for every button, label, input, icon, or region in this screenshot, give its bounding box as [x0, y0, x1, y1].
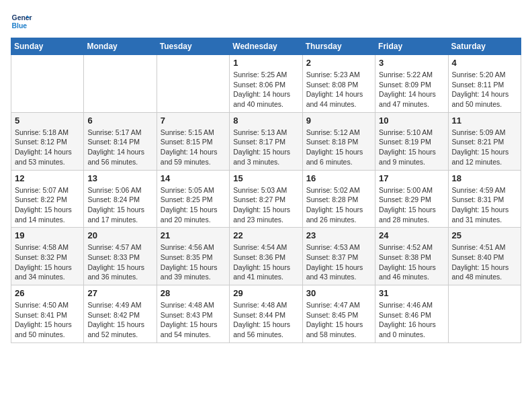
day-info: Sunrise: 4:50 AMSunset: 8:41 PMDaylight:…	[15, 300, 80, 340]
day-info: Sunrise: 4:53 AMSunset: 8:37 PMDaylight:…	[306, 242, 371, 282]
day-info: Sunrise: 4:47 AMSunset: 8:45 PMDaylight:…	[306, 300, 371, 340]
calendar-cell: 22Sunrise: 4:54 AMSunset: 8:36 PMDayligh…	[230, 228, 302, 285]
day-info: Sunrise: 5:15 AMSunset: 8:15 PMDaylight:…	[161, 128, 226, 167]
calendar-cell: 25Sunrise: 4:51 AMSunset: 8:40 PMDayligh…	[448, 228, 521, 285]
calendar-table: SundayMondayTuesdayWednesdayThursdayFrid…	[11, 38, 521, 343]
calendar-week-row: 1Sunrise: 5:25 AMSunset: 8:06 PMDaylight…	[11, 55, 521, 113]
day-number: 2	[306, 58, 371, 68]
calendar-cell: 28Sunrise: 4:48 AMSunset: 8:43 PMDayligh…	[157, 285, 229, 343]
day-info: Sunrise: 5:25 AMSunset: 8:06 PMDaylight:…	[233, 70, 298, 109]
day-number: 13	[87, 173, 152, 183]
day-number: 26	[15, 288, 80, 298]
calendar-cell: 29Sunrise: 4:48 AMSunset: 8:44 PMDayligh…	[230, 285, 302, 343]
day-number: 6	[87, 116, 152, 126]
day-number: 7	[161, 116, 226, 126]
day-number: 30	[306, 288, 371, 298]
calendar-cell	[84, 55, 157, 113]
day-info: Sunrise: 4:46 AMSunset: 8:46 PMDaylight:…	[379, 300, 444, 340]
day-number: 16	[306, 173, 371, 183]
day-number: 19	[15, 230, 80, 240]
day-number: 29	[233, 288, 298, 298]
day-number: 3	[379, 58, 444, 68]
day-info: Sunrise: 5:00 AMSunset: 8:29 PMDaylight:…	[379, 185, 444, 225]
day-info: Sunrise: 4:48 AMSunset: 8:43 PMDaylight:…	[161, 300, 226, 340]
calendar-cell: 20Sunrise: 4:57 AMSunset: 8:33 PMDayligh…	[84, 228, 157, 285]
calendar-cell: 18Sunrise: 4:59 AMSunset: 8:31 PMDayligh…	[448, 170, 521, 228]
day-info: Sunrise: 5:05 AMSunset: 8:25 PMDaylight:…	[161, 185, 226, 225]
calendar-cell: 17Sunrise: 5:00 AMSunset: 8:29 PMDayligh…	[375, 170, 448, 228]
calendar-cell	[11, 55, 84, 113]
day-number: 21	[161, 230, 226, 240]
weekday-header-monday: Monday	[84, 38, 157, 55]
day-number: 24	[379, 230, 444, 240]
day-number: 11	[452, 116, 517, 126]
calendar-cell: 30Sunrise: 4:47 AMSunset: 8:45 PMDayligh…	[302, 285, 375, 343]
calendar-week-row: 12Sunrise: 5:07 AMSunset: 8:22 PMDayligh…	[11, 170, 521, 228]
page-header: General Blue	[11, 11, 521, 32]
calendar-cell: 11Sunrise: 5:09 AMSunset: 8:21 PMDayligh…	[448, 112, 521, 170]
calendar-cell: 10Sunrise: 5:10 AMSunset: 8:19 PMDayligh…	[375, 112, 448, 170]
day-info: Sunrise: 5:03 AMSunset: 8:27 PMDaylight:…	[233, 185, 298, 225]
day-info: Sunrise: 5:07 AMSunset: 8:22 PMDaylight:…	[15, 185, 80, 225]
day-info: Sunrise: 4:51 AMSunset: 8:40 PMDaylight:…	[452, 242, 517, 282]
day-number: 8	[233, 116, 298, 126]
svg-text:Blue: Blue	[12, 22, 28, 30]
calendar-cell: 31Sunrise: 4:46 AMSunset: 8:46 PMDayligh…	[375, 285, 448, 343]
calendar-cell	[448, 285, 521, 343]
weekday-header-sunday: Sunday	[11, 38, 84, 55]
calendar-cell: 12Sunrise: 5:07 AMSunset: 8:22 PMDayligh…	[11, 170, 84, 228]
day-info: Sunrise: 5:13 AMSunset: 8:17 PMDaylight:…	[233, 128, 298, 167]
calendar-cell: 3Sunrise: 5:22 AMSunset: 8:09 PMDaylight…	[375, 55, 448, 113]
calendar-cell	[157, 55, 229, 113]
day-info: Sunrise: 5:20 AMSunset: 8:11 PMDaylight:…	[452, 70, 517, 109]
weekday-header-thursday: Thursday	[302, 38, 375, 55]
logo: General Blue	[11, 11, 35, 32]
calendar-cell: 8Sunrise: 5:13 AMSunset: 8:17 PMDaylight…	[230, 112, 302, 170]
calendar-cell: 4Sunrise: 5:20 AMSunset: 8:11 PMDaylight…	[448, 55, 521, 113]
day-number: 25	[452, 230, 517, 240]
day-info: Sunrise: 5:02 AMSunset: 8:28 PMDaylight:…	[306, 185, 371, 225]
day-info: Sunrise: 4:59 AMSunset: 8:31 PMDaylight:…	[452, 185, 517, 225]
day-info: Sunrise: 4:48 AMSunset: 8:44 PMDaylight:…	[233, 300, 298, 340]
calendar-cell: 14Sunrise: 5:05 AMSunset: 8:25 PMDayligh…	[157, 170, 229, 228]
weekday-header-tuesday: Tuesday	[157, 38, 229, 55]
day-number: 20	[87, 230, 152, 240]
day-number: 14	[161, 173, 226, 183]
calendar-cell: 6Sunrise: 5:17 AMSunset: 8:14 PMDaylight…	[84, 112, 157, 170]
calendar-cell: 1Sunrise: 5:25 AMSunset: 8:06 PMDaylight…	[230, 55, 302, 113]
day-number: 22	[233, 230, 298, 240]
day-number: 5	[15, 116, 80, 126]
day-info: Sunrise: 4:54 AMSunset: 8:36 PMDaylight:…	[233, 242, 298, 282]
day-info: Sunrise: 4:56 AMSunset: 8:35 PMDaylight:…	[161, 242, 226, 282]
day-info: Sunrise: 4:52 AMSunset: 8:38 PMDaylight:…	[379, 242, 444, 282]
day-info: Sunrise: 5:22 AMSunset: 8:09 PMDaylight:…	[379, 70, 444, 109]
day-number: 9	[306, 116, 371, 126]
weekday-header-row: SundayMondayTuesdayWednesdayThursdayFrid…	[11, 38, 521, 55]
calendar-cell: 26Sunrise: 4:50 AMSunset: 8:41 PMDayligh…	[11, 285, 84, 343]
calendar-cell: 5Sunrise: 5:18 AMSunset: 8:12 PMDaylight…	[11, 112, 84, 170]
calendar-week-row: 19Sunrise: 4:58 AMSunset: 8:32 PMDayligh…	[11, 228, 521, 285]
day-info: Sunrise: 4:57 AMSunset: 8:33 PMDaylight:…	[87, 242, 152, 282]
day-number: 17	[379, 173, 444, 183]
day-info: Sunrise: 4:49 AMSunset: 8:42 PMDaylight:…	[87, 300, 152, 340]
calendar-cell: 13Sunrise: 5:06 AMSunset: 8:24 PMDayligh…	[84, 170, 157, 228]
weekday-header-friday: Friday	[375, 38, 448, 55]
logo-icon: General Blue	[11, 11, 32, 32]
day-number: 28	[161, 288, 226, 298]
day-info: Sunrise: 4:58 AMSunset: 8:32 PMDaylight:…	[15, 242, 80, 282]
calendar-cell: 23Sunrise: 4:53 AMSunset: 8:37 PMDayligh…	[302, 228, 375, 285]
calendar-cell: 21Sunrise: 4:56 AMSunset: 8:35 PMDayligh…	[157, 228, 229, 285]
day-info: Sunrise: 5:09 AMSunset: 8:21 PMDaylight:…	[452, 128, 517, 167]
calendar-cell: 27Sunrise: 4:49 AMSunset: 8:42 PMDayligh…	[84, 285, 157, 343]
calendar-cell: 9Sunrise: 5:12 AMSunset: 8:18 PMDaylight…	[302, 112, 375, 170]
day-info: Sunrise: 5:06 AMSunset: 8:24 PMDaylight:…	[87, 185, 152, 225]
calendar-week-row: 5Sunrise: 5:18 AMSunset: 8:12 PMDaylight…	[11, 112, 521, 170]
day-number: 15	[233, 173, 298, 183]
day-number: 4	[452, 58, 517, 68]
day-number: 18	[452, 173, 517, 183]
day-info: Sunrise: 5:12 AMSunset: 8:18 PMDaylight:…	[306, 128, 371, 167]
day-info: Sunrise: 5:10 AMSunset: 8:19 PMDaylight:…	[379, 128, 444, 167]
weekday-header-saturday: Saturday	[448, 38, 521, 55]
day-number: 23	[306, 230, 371, 240]
day-number: 1	[233, 58, 298, 68]
